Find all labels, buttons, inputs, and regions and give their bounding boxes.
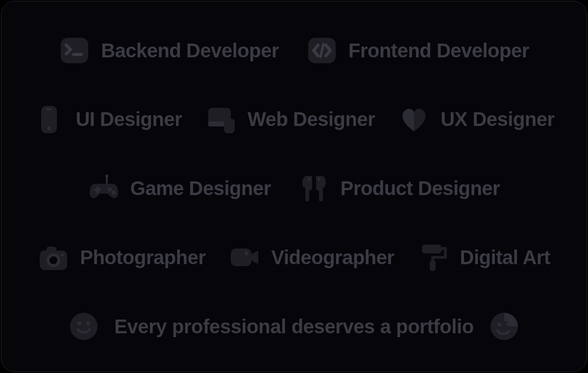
footer-message-row: Every professional deserves a portfolio bbox=[7, 311, 581, 342]
smiley-icon bbox=[68, 311, 99, 342]
role-chip-game-designer: Game Designer bbox=[88, 173, 271, 204]
gamepad-icon bbox=[88, 173, 120, 204]
sticker-smiley-icon bbox=[489, 311, 520, 342]
role-chip-web-designer: Web Designer bbox=[205, 104, 375, 135]
role-label: Game Designer bbox=[130, 177, 271, 199]
svg-point-25 bbox=[245, 251, 248, 255]
svg-rect-27 bbox=[430, 260, 436, 271]
heart-icon bbox=[398, 104, 430, 135]
footer-message: Every professional deserves a portfolio bbox=[114, 316, 474, 338]
desktop-icon bbox=[205, 104, 237, 135]
svg-point-31 bbox=[497, 323, 501, 326]
svg-point-6 bbox=[47, 126, 51, 130]
video-camera-icon bbox=[229, 242, 260, 273]
role-row: Backend Developer Frontend Developer bbox=[7, 35, 581, 66]
role-label: Photographer bbox=[80, 247, 205, 269]
mobile-icon bbox=[33, 104, 65, 135]
role-label: Web Designer bbox=[247, 108, 375, 130]
svg-point-23 bbox=[61, 253, 64, 256]
camera-icon bbox=[38, 242, 69, 273]
earbuds-icon bbox=[298, 173, 330, 204]
paint-roller-icon bbox=[418, 242, 449, 273]
role-chip-photographer: Photographer bbox=[38, 242, 205, 273]
role-chip-digital-art: Digital Art bbox=[418, 242, 550, 273]
role-label: Digital Art bbox=[460, 247, 550, 269]
svg-rect-24 bbox=[231, 249, 251, 266]
roles-card: Backend Developer Frontend Developer UI … bbox=[1, 1, 587, 372]
svg-point-29 bbox=[77, 322, 81, 325]
svg-point-12 bbox=[105, 174, 108, 177]
role-chip-backend-developer: Backend Developer bbox=[59, 35, 279, 66]
svg-rect-18 bbox=[318, 177, 320, 181]
svg-point-28 bbox=[70, 313, 98, 340]
svg-rect-17 bbox=[308, 177, 310, 181]
svg-point-13 bbox=[108, 188, 112, 192]
svg-rect-5 bbox=[46, 108, 52, 110]
svg-point-14 bbox=[112, 191, 116, 195]
code-icon bbox=[306, 35, 338, 66]
svg-rect-20 bbox=[47, 247, 56, 252]
svg-point-33 bbox=[505, 321, 508, 324]
role-label: Product Designer bbox=[341, 177, 500, 199]
role-label: Backend Developer bbox=[101, 40, 279, 62]
terminal-icon bbox=[59, 35, 90, 66]
role-chip-frontend-developer: Frontend Developer bbox=[306, 35, 529, 66]
role-chip-ux-designer: UX Designer bbox=[398, 104, 554, 135]
role-chip-ui-designer: UI Designer bbox=[33, 104, 182, 135]
role-row: Game Designer Product Designer bbox=[7, 173, 581, 204]
svg-rect-0 bbox=[61, 38, 88, 63]
role-chip-videographer: Videographer bbox=[229, 242, 394, 273]
role-label: Frontend Developer bbox=[348, 40, 529, 62]
role-row: UI Designer Web Designer UX Designer bbox=[7, 104, 581, 135]
role-label: UX Designer bbox=[441, 108, 554, 130]
svg-point-30 bbox=[86, 322, 90, 325]
svg-rect-16 bbox=[96, 186, 98, 193]
role-label: Videographer bbox=[271, 247, 394, 269]
role-chip-product-designer: Product Designer bbox=[298, 173, 500, 204]
role-label: UI Designer bbox=[75, 108, 182, 130]
role-row: Photographer Videographer Digital Art bbox=[7, 242, 581, 273]
svg-rect-10 bbox=[224, 119, 235, 133]
svg-rect-26 bbox=[422, 245, 441, 253]
